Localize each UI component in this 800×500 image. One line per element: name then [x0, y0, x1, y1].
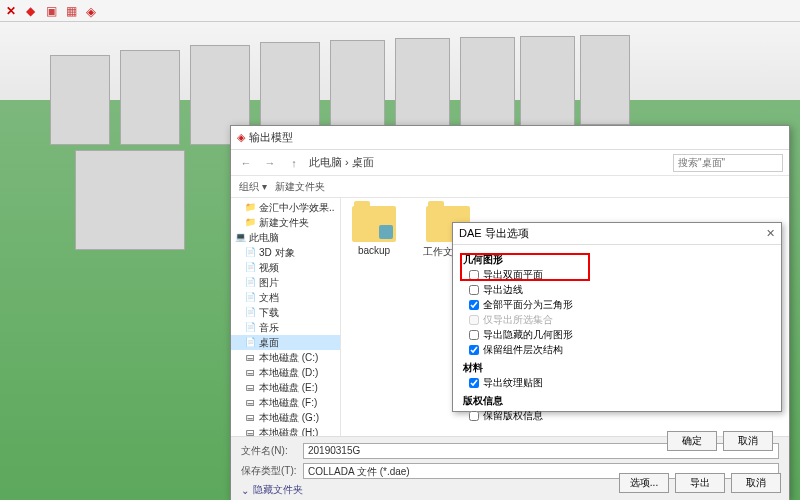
option-export_textures[interactable]: 导出纹理贴图 — [463, 375, 771, 390]
nav-bar: ← → ↑ 此电脑 › 桌面 — [231, 150, 789, 176]
tree-item-label: 此电脑 — [249, 230, 279, 245]
ok-button[interactable]: 确定 — [667, 431, 717, 451]
tree-item[interactable]: 📄视频 — [231, 260, 340, 275]
tree-item-label: 本地磁盘 (F:) — [259, 395, 317, 410]
tree-item[interactable]: 📄3D 对象 — [231, 245, 340, 260]
disk-icon: 🖴 — [245, 367, 256, 378]
filename-label: 文件名(N): — [241, 444, 297, 458]
option-label: 导出边线 — [483, 282, 523, 297]
main-toolbar: ✕ ◆ ▣ ▦ ◈ — [0, 0, 800, 22]
ruby-icon: ◈ — [237, 131, 245, 144]
tree-item[interactable]: 📄音乐 — [231, 320, 340, 335]
desk-icon: 📄 — [245, 292, 256, 303]
option-export_bound[interactable]: 导出隐藏的几何图形 — [463, 327, 771, 342]
tree-item-label: 本地磁盘 (D:) — [259, 365, 318, 380]
tree-item-label: 3D 对象 — [259, 245, 295, 260]
disk-icon: 🖴 — [245, 382, 256, 393]
options-cancel-button[interactable]: 取消 — [723, 431, 773, 451]
tree-item[interactable]: 📄桌面 — [231, 335, 340, 350]
tree-item[interactable]: 💻此电脑 — [231, 230, 340, 245]
checkbox-export_textures[interactable] — [469, 378, 479, 388]
forward-button[interactable]: → — [261, 154, 279, 172]
tree-item-label: 文档 — [259, 290, 279, 305]
option-label: 导出纹理贴图 — [483, 375, 543, 390]
new-folder-button[interactable]: 新建文件夹 — [275, 180, 325, 194]
dialog-titlebar: ◈ 输出模型 — [231, 126, 789, 150]
option-label: 导出双面平面 — [483, 267, 543, 282]
disk-icon: 🖴 — [245, 412, 256, 423]
up-button[interactable]: ↑ — [285, 154, 303, 172]
folder-icon: 📁 — [245, 217, 256, 228]
desk-icon: 📄 — [245, 322, 256, 333]
x-icon[interactable]: ✕ — [6, 4, 20, 18]
tree-item-label: 桌面 — [259, 335, 279, 350]
checkbox-export_bound[interactable] — [469, 330, 479, 340]
tree-item[interactable]: 🖴本地磁盘 (C:) — [231, 350, 340, 365]
tree-item[interactable]: 🖴本地磁盘 (F:) — [231, 395, 340, 410]
tree-item[interactable]: 🖴本地磁盘 (H:) — [231, 425, 340, 436]
checkbox-export_two_sided[interactable] — [469, 270, 479, 280]
option-label: 仅导出所选集合 — [483, 312, 553, 327]
tree-item[interactable]: 📁新建文件夹 — [231, 215, 340, 230]
tree-item-label: 本地磁盘 (G:) — [259, 410, 319, 425]
tree-item[interactable]: 📁金汇中小学效果.. — [231, 200, 340, 215]
group-credits: 版权信息 — [463, 393, 771, 408]
desk-icon: 📄 — [245, 337, 256, 348]
option-label: 保留组件层次结构 — [483, 342, 563, 357]
breadcrumb[interactable]: 此电脑 › 桌面 — [309, 155, 667, 170]
back-button[interactable]: ← — [237, 154, 255, 172]
option-triangulate[interactable]: 全部平面分为三角形 — [463, 297, 771, 312]
tree-item-label: 图片 — [259, 275, 279, 290]
group-materials: 材料 — [463, 360, 771, 375]
checkbox-preserve_hierarchy[interactable] — [469, 345, 479, 355]
option-preserve_hierarchy[interactable]: 保留组件层次结构 — [463, 342, 771, 357]
tree-item[interactable]: 📄文档 — [231, 290, 340, 305]
diamond-icon[interactable]: ◆ — [26, 4, 40, 18]
checkbox-preserve_credits[interactable] — [469, 411, 479, 421]
tree-item-label: 金汇中小学效果.. — [259, 200, 335, 215]
checkbox-triangulate[interactable] — [469, 300, 479, 310]
disk-icon: 🖴 — [245, 427, 256, 436]
checkbox-export_hidden — [469, 315, 479, 325]
tree-item-label: 视频 — [259, 260, 279, 275]
option-export_hidden: 仅导出所选集合 — [463, 312, 771, 327]
disk-icon: 🖴 — [245, 352, 256, 363]
pc-icon: 💻 — [235, 232, 246, 243]
option-label: 全部平面分为三角形 — [483, 297, 573, 312]
folder-item[interactable]: backup — [349, 206, 399, 256]
option-export_edges[interactable]: 导出边线 — [463, 282, 771, 297]
tree-item-label: 音乐 — [259, 320, 279, 335]
option-export_two_sided[interactable]: 导出双面平面 — [463, 267, 771, 282]
dialog-title: 输出模型 — [249, 130, 293, 145]
cube-icon[interactable]: ▦ — [66, 4, 80, 18]
ruby-icon[interactable]: ◈ — [86, 4, 100, 18]
export-button[interactable]: 导出 — [675, 473, 725, 493]
desk-icon: 📄 — [245, 277, 256, 288]
options-title: DAE 导出选项 — [459, 226, 529, 241]
folder-icon: 📁 — [245, 202, 256, 213]
option-label: 保留版权信息 — [483, 408, 543, 423]
options-button[interactable]: 选项... — [619, 473, 669, 493]
folder-icon — [352, 206, 396, 242]
desk-icon: 📄 — [245, 247, 256, 258]
tree-item[interactable]: 🖴本地磁盘 (G:) — [231, 410, 340, 425]
tree-item[interactable]: 📄图片 — [231, 275, 340, 290]
organize-button[interactable]: 组织 ▾ — [239, 180, 267, 194]
tree-item-label: 本地磁盘 (H:) — [259, 425, 318, 436]
disk-icon: 🖴 — [245, 397, 256, 408]
tree-item-label: 本地磁盘 (C:) — [259, 350, 318, 365]
option-preserve_credits[interactable]: 保留版权信息 — [463, 408, 771, 423]
tree-item[interactable]: 🖴本地磁盘 (E:) — [231, 380, 340, 395]
tree-item[interactable]: 🖴本地磁盘 (D:) — [231, 365, 340, 380]
option-label: 导出隐藏的几何图形 — [483, 327, 573, 342]
search-input[interactable] — [673, 154, 783, 172]
options-titlebar: DAE 导出选项 ✕ — [453, 223, 781, 245]
tree-item-label: 下载 — [259, 305, 279, 320]
filetype-label: 保存类型(T): — [241, 464, 297, 478]
tree-item[interactable]: 📄下载 — [231, 305, 340, 320]
box-icon[interactable]: ▣ — [46, 4, 60, 18]
cancel-button[interactable]: 取消 — [731, 473, 781, 493]
close-icon[interactable]: ✕ — [766, 227, 775, 240]
folder-tree[interactable]: 📁金汇中小学效果..📁新建文件夹💻此电脑📄3D 对象📄视频📄图片📄文档📄下载📄音… — [231, 198, 341, 436]
checkbox-export_edges[interactable] — [469, 285, 479, 295]
